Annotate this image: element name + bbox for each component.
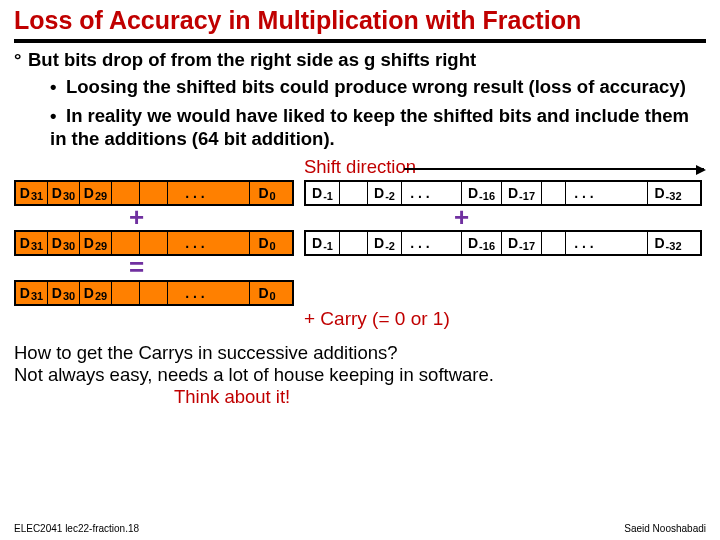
slide-body: °But bits drop of from the right side as… [0,49,720,340]
plus-right-icon: + [454,202,469,233]
reg-upper-1: D31 D30 D29 . . . D0 [14,180,294,206]
bullet-level2-b: •In reality we would have liked to keep … [50,104,706,150]
reg-upper-2: D31 D30 D29 . . . D0 [14,230,294,256]
q2: Not always easy, needs a lot of house ke… [14,364,494,385]
b1-pre: But bits drop of from the right side as [28,49,364,70]
row-2: D31 D30 D29 . . . D0 D-1 D-2 . . . D-16 … [14,230,702,256]
b1-underline: g [364,49,375,70]
arrow-icon [404,168,704,170]
row-3: D31 D30 D29 . . . D0 [14,280,294,306]
bullet-level1: °But bits drop of from the right side as… [14,49,706,71]
dot-bullet: • [50,104,66,127]
reg-frac-1: D-1 D-2 . . . D-16 D-17 . . . D-32 [304,180,702,206]
q2-line: Not always easy, needs a lot of house ke… [14,364,706,386]
equals-icon: = [129,252,144,283]
q1: How to get the Carrys in successive addi… [14,342,706,364]
carry-label: + Carry (= 0 or 1) [304,308,450,330]
footer-right: Saeid Nooshabadi [624,523,706,534]
slide-title: Loss of Accuracy in Multiplication with … [0,0,720,39]
title-underline [14,39,706,43]
reg-upper-3: D31 D30 D29 . . . D0 [14,280,294,306]
bullet-level2-a: •Loosing the shifted bits could produce … [50,75,706,98]
b2a-text: Loosing the shifted bits could produce w… [66,76,686,97]
footer-left: ELEC2041 lec22-fraction.18 [14,523,139,534]
degree-bullet: ° [14,49,28,71]
bottom-questions: How to get the Carrys in successive addi… [0,340,720,408]
dot-bullet: • [50,75,66,98]
reg-frac-2: D-1 D-2 . . . D-16 D-17 . . . D-32 [304,230,702,256]
register-diagram: D31 D30 D29 . . . D0 D-1 D-2 . . . D-16 … [14,180,706,340]
shift-direction-label: Shift direction [14,156,706,178]
think-about-it: Think about it! [174,386,290,407]
b1-post: shifts right [375,49,476,70]
plus-left-icon: + [129,202,144,233]
row-1: D31 D30 D29 . . . D0 D-1 D-2 . . . D-16 … [14,180,702,206]
shift-direction-text: Shift direction [304,156,416,177]
b2b-text: In reality we would have liked to keep t… [50,105,689,149]
